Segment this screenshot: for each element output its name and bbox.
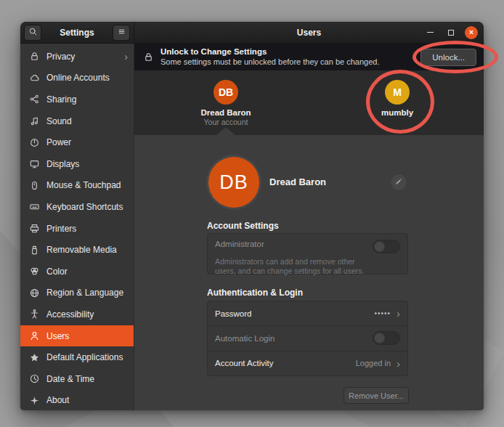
sidebar-item-label: Users — [46, 331, 69, 341]
titlebar-main-section: Users × — [134, 22, 484, 43]
hamburger-menu-icon — [117, 26, 126, 39]
power-icon — [29, 137, 40, 148]
sidebar-item-privacy[interactable]: Privacy› — [20, 46, 134, 68]
account-settings-header: Account Settings — [207, 221, 279, 231]
sidebar-item-mouse-touchpad[interactable]: Mouse & Touchpad — [20, 175, 134, 197]
automatic-login-label: Automatic Login — [215, 334, 275, 343]
carousel-user-subtitle: Your account — [182, 118, 269, 126]
remove-user-button[interactable]: Remove User... — [344, 387, 409, 404]
sidebar-item-label: Accessibility — [46, 309, 94, 320]
cloud-icon — [29, 73, 40, 84]
unlock-button[interactable]: Unlock... — [420, 49, 476, 66]
chevron-right-icon: › — [397, 358, 400, 369]
share-icon — [29, 94, 40, 105]
sound-icon — [29, 115, 40, 126]
lock-icon — [143, 52, 154, 62]
sidebar-item-label: Mouse & Touchpad — [46, 180, 121, 190]
automatic-login-row: Automatic Login — [208, 325, 407, 350]
sidebar-item-users[interactable]: Users — [20, 325, 134, 347]
chevron-right-icon: › — [124, 52, 128, 62]
account-activity-row[interactable]: Account Activity Logged in › — [208, 351, 407, 375]
sparkle-icon — [29, 395, 40, 406]
chevron-right-icon: › — [397, 308, 400, 319]
lock-icon — [29, 51, 40, 62]
edit-name-button[interactable] — [390, 174, 407, 191]
carousel-user-name: mumbly — [354, 108, 441, 117]
avatar-dread-baron: DB — [214, 80, 238, 105]
color-icon — [29, 266, 40, 277]
sidebar-item-displays[interactable]: Displays — [20, 153, 134, 175]
sidebar-item-sharing[interactable]: Sharing — [20, 89, 134, 110]
sidebar-item-default-applications[interactable]: Default Applications — [20, 346, 134, 368]
carousel-user-name: Dread Baron — [182, 108, 269, 117]
auth-login-box: Password ••••• › Automatic Login — [207, 301, 408, 376]
sidebar-item-label: Printers — [46, 224, 76, 234]
sidebar-item-keyboard-shortcuts[interactable]: Keyboard Shortcuts — [20, 196, 134, 218]
automatic-login-toggle[interactable] — [373, 331, 400, 345]
sidebar-item-accessibility[interactable]: Accessibility — [20, 304, 134, 325]
accessibility-icon — [29, 309, 40, 320]
sidebar-item-power[interactable]: Power — [20, 131, 134, 153]
sidebar-item-label: Color — [46, 267, 68, 277]
carousel-user-dread-baron[interactable]: DB Dread Baron Your account — [182, 80, 269, 126]
mouse-icon — [29, 180, 40, 191]
profile-name: Dread Baron — [269, 176, 326, 187]
unlock-texts: Unlock to Change Settings Some settings … — [160, 46, 379, 67]
user-carousel: DB Dread Baron Your account M mumbly — [134, 70, 484, 135]
search-icon — [28, 26, 38, 39]
sidebar-item-online-accounts[interactable]: Online Accounts — [20, 68, 134, 89]
maximize-icon — [448, 30, 454, 36]
sidebar-item-about[interactable]: About — [20, 390, 134, 411]
sidebar-item-label: Sharing — [46, 94, 76, 105]
account-activity-label: Account Activity — [215, 359, 274, 367]
sidebar-item-label: Power — [46, 137, 71, 147]
sidebar-item-removable-media[interactable]: Removable Media — [20, 239, 134, 261]
sidebar-item-label: Online Accounts — [46, 73, 110, 83]
media-icon — [29, 245, 40, 256]
titlebar: Settings Users × — [20, 22, 484, 44]
sidebar-list: Privacy›Online AccountsSharingSoundPower… — [20, 44, 134, 410]
menu-button[interactable] — [113, 25, 130, 41]
app-title: Settings — [41, 28, 113, 38]
sidebar-item-label: Default Applications — [46, 352, 123, 362]
carousel-user-mumbly[interactable]: M mumbly — [354, 80, 441, 117]
sidebar-item-label: Removable Media — [46, 245, 117, 255]
unlock-bar: Unlock to Change Settings Some settings … — [134, 44, 484, 70]
unlock-title: Unlock to Change Settings — [160, 46, 379, 57]
window-body: Privacy›Online AccountsSharingSoundPower… — [20, 44, 484, 410]
search-button[interactable] — [24, 25, 41, 41]
window-controls: × — [423, 25, 484, 40]
globe-icon — [29, 288, 40, 298]
close-button[interactable]: × — [465, 26, 478, 39]
account-activity-value: Logged in — [356, 359, 391, 367]
sidebar-item-label: Keyboard Shortcuts — [46, 202, 123, 212]
sidebar-item-color[interactable]: Color — [20, 261, 134, 282]
profile-avatar: DB — [208, 157, 259, 208]
administrator-row: Administrator — [215, 240, 400, 253]
sidebar-item-printers[interactable]: Printers — [20, 218, 134, 240]
minimize-button[interactable] — [423, 25, 437, 40]
selected-user-pointer — [216, 127, 235, 135]
sidebar-item-date-time[interactable]: Date & Time — [20, 368, 134, 390]
user-details: DB Dread Baron Account Settings Administ… — [134, 135, 484, 410]
sidebar-item-label: Displays — [46, 159, 79, 169]
sidebar-item-label: Region & Language — [46, 288, 123, 298]
password-row[interactable]: Password ••••• › — [208, 301, 407, 325]
auth-login-header: Authentication & Login — [207, 288, 303, 298]
sidebar-item-region-language[interactable]: Region & Language — [20, 282, 134, 304]
unlock-subtitle: Some settings must be unlocked before th… — [160, 57, 379, 68]
printer-icon — [29, 223, 40, 234]
administrator-box: Administrator Administrators can add and… — [207, 233, 408, 274]
star-icon — [29, 352, 40, 363]
sidebar-item-sound[interactable]: Sound — [20, 110, 134, 132]
maximize-button[interactable] — [444, 25, 458, 40]
pencil-icon — [394, 176, 403, 189]
password-value: ••••• — [374, 309, 391, 317]
password-label: Password — [215, 309, 252, 318]
clock-icon — [29, 373, 40, 384]
administrator-toggle[interactable] — [373, 240, 400, 253]
titlebar-sidebar-section: Settings — [20, 22, 134, 43]
person-icon — [29, 330, 40, 341]
sidebar-item-label: Sound — [46, 116, 72, 126]
avatar-mumbly: M — [385, 80, 410, 105]
